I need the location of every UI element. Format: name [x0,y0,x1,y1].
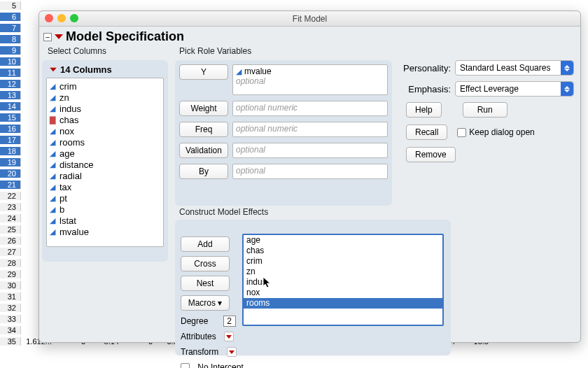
continuous-icon: ◢ [50,93,55,102]
degree-label: Degree [181,316,208,326]
column-item[interactable]: ◢distance [50,159,160,170]
emphasis-select[interactable]: Effect Leverage [455,81,574,97]
minimize-icon[interactable] [57,14,66,22]
column-item[interactable]: ◢zn [50,92,160,103]
column-item[interactable]: ◢mvalue [50,226,160,237]
transform-menu-icon[interactable] [227,347,237,357]
by-button[interactable]: By [179,164,228,179]
validation-field[interactable]: optional [232,143,388,158]
nominal-icon: ▇ [50,115,55,125]
freq-button[interactable]: Freq [179,122,228,137]
continuous-icon: ◢ [50,82,55,91]
help-button[interactable]: Help [406,102,442,118]
nest-button[interactable]: Nest [181,276,230,291]
columns-count-label: 14 Columns [60,64,112,75]
no-intercept-label: No Intercept [197,362,243,368]
column-item[interactable]: ◢pt [50,192,160,204]
dropdown-icon [561,61,573,75]
column-item[interactable]: ◢nox [50,125,160,136]
degree-input[interactable] [223,316,236,327]
continuous-icon: ◢ [50,104,55,113]
y-field[interactable]: ◢mvalue optional [232,64,388,95]
model-effects-panel: Add Cross Nest Macros ▾ agechascrimznind… [175,220,451,355]
zoom-icon[interactable] [70,14,78,22]
continuous-icon: ◢ [50,149,55,158]
no-intercept-checkbox[interactable] [181,363,190,369]
column-item[interactable]: ◢tax [50,181,160,192]
disclosure-icon[interactable] [55,34,63,39]
continuous-icon: ◢ [50,171,55,181]
column-item[interactable]: ◢lstat [50,215,160,226]
personality-panel: Personality: Standard Least Squares Emph… [399,60,574,102]
weight-field[interactable]: optional numeric [232,101,388,116]
transform-label: Transform [181,347,218,357]
continuous-icon: ◢ [50,183,55,192]
column-item[interactable]: ◢radial [50,170,160,181]
column-item[interactable]: ◢indus [50,103,160,114]
columns-disclosure-icon[interactable] [50,68,57,72]
select-columns-panel: 14 Columns ◢crim◢zn◢indus▇chas◢nox◢rooms… [42,60,168,262]
continuous-icon: ◢ [50,160,55,169]
select-columns-label: Select Columns [48,46,106,56]
cross-button[interactable]: Cross [181,256,230,271]
outline-toggle-icon[interactable]: – [43,33,52,41]
freq-field[interactable]: optional numeric [232,122,388,137]
run-button[interactable]: Run [463,102,507,118]
column-item[interactable]: ◢rooms [50,136,160,148]
column-item[interactable]: ◢crim [50,80,160,92]
continuous-icon: ◢ [50,138,55,147]
validation-button[interactable]: Validation [179,143,228,158]
continuous-icon: ◢ [50,227,55,236]
close-icon[interactable] [45,14,53,22]
continuous-icon: ◢ [50,216,55,225]
titlebar: Fit Model [39,11,580,27]
column-item[interactable]: ◢b [50,204,160,215]
attributes-menu-icon[interactable] [224,332,234,341]
columns-list[interactable]: ◢crim◢zn◢indus▇chas◢nox◢rooms◢age◢distan… [46,78,164,247]
action-buttons-panel: Help Run Recall Keep dialog open Remove [399,102,574,162]
effect-item[interactable]: zn [244,267,442,277]
effect-item[interactable]: chas [244,246,442,256]
column-item[interactable]: ◢age [50,148,160,159]
effects-list[interactable]: agechascrimznindusnoxrooms [242,234,444,326]
keep-open-label: Keep dialog open [469,127,534,137]
keep-open-checkbox[interactable] [457,128,466,137]
personality-select[interactable]: Standard Least Squares [455,60,574,76]
window-title: Fit Model [39,11,580,27]
recall-button[interactable]: Recall [406,125,447,140]
continuous-icon: ◢ [236,67,241,76]
personality-label: Personality: [399,63,451,73]
effect-item[interactable]: nox [244,288,442,298]
model-spec-title: Model Specification [66,29,184,44]
y-value: mvalue [244,66,272,76]
effect-item[interactable]: crim [244,256,442,267]
continuous-icon: ◢ [50,127,55,136]
role-variables-panel: Y ◢mvalue optional Weight optional numer… [175,60,392,206]
effect-item[interactable]: indus [244,277,442,288]
weight-button[interactable]: Weight [179,101,228,116]
dropdown-icon [561,82,573,96]
macros-button[interactable]: Macros ▾ [181,295,230,311]
continuous-icon: ◢ [50,194,55,203]
fit-model-dialog: Fit Model – Model Specification Select C… [38,10,581,343]
add-button[interactable]: Add [181,236,230,252]
emphasis-label: Emphasis: [399,84,451,94]
attributes-label: Attributes [181,332,216,341]
construct-effects-label: Construct Model Effects [179,207,268,217]
effect-item[interactable]: age [244,235,442,246]
y-button[interactable]: Y [179,64,228,80]
column-item[interactable]: ▇chas [50,114,160,125]
by-field[interactable]: optional [232,164,388,179]
effect-item[interactable]: rooms [244,298,442,309]
remove-button[interactable]: Remove [406,147,456,162]
pick-role-label: Pick Role Variables [179,46,251,56]
y-optional-label: optional [236,76,384,86]
continuous-icon: ◢ [50,205,55,214]
